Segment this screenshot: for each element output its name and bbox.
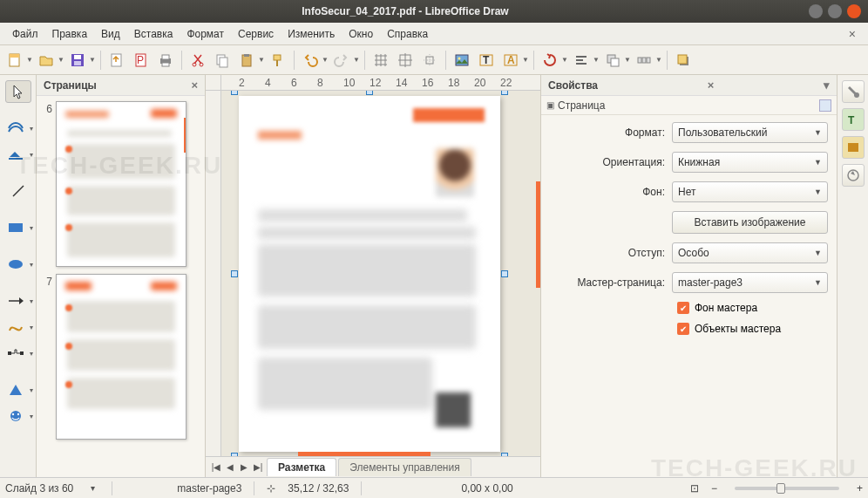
fontwork-dropdown[interactable]: ▼ (522, 56, 529, 64)
export-pdf-button[interactable]: P (130, 49, 153, 72)
menu-window[interactable]: Окно (342, 24, 380, 44)
export-button[interactable] (105, 49, 128, 72)
pages-panel-close[interactable]: × (191, 78, 198, 92)
menu-format[interactable]: Формат (180, 24, 231, 44)
undo-button[interactable] (299, 49, 322, 72)
sidebar-gallery-tab[interactable] (842, 136, 865, 159)
menu-insert[interactable]: Вставка (127, 24, 180, 44)
zoom-in-button[interactable]: + (857, 482, 863, 495)
section-more-button[interactable] (819, 99, 831, 112)
arrow-tool[interactable] (3, 290, 29, 312)
document-close-button[interactable]: × (842, 27, 863, 41)
distribute-dropdown[interactable]: ▼ (655, 56, 662, 64)
redo-button[interactable] (330, 49, 353, 72)
rotate-dropdown[interactable]: ▼ (561, 56, 568, 64)
open-dropdown[interactable]: ▼ (58, 56, 64, 64)
properties-panel-menu[interactable]: ▾ (824, 78, 830, 92)
open-button[interactable] (35, 49, 58, 72)
align-dropdown[interactable]: ▼ (593, 56, 600, 64)
line-color-tool[interactable] (3, 117, 29, 140)
line-tool[interactable] (5, 180, 31, 202)
tab-nav-first[interactable]: |◀ (209, 460, 223, 474)
shadow-button[interactable] (672, 49, 695, 72)
paste-dropdown[interactable]: ▼ (258, 56, 265, 64)
menu-file[interactable]: Файл (5, 24, 45, 44)
helplines-button[interactable] (418, 49, 441, 72)
close-button[interactable] (847, 4, 861, 18)
new-dropdown[interactable]: ▼ (26, 56, 33, 64)
undo-dropdown[interactable]: ▼ (322, 56, 329, 64)
background-dropdown[interactable]: Нет▼ (672, 181, 828, 202)
status-layer-dropdown[interactable]: ▾ (85, 481, 99, 495)
sidebar-properties-tab[interactable] (842, 80, 865, 103)
tab-nav-last[interactable]: ▶| (251, 460, 265, 474)
menu-edit[interactable]: Правка (45, 24, 95, 44)
orientation-dropdown[interactable]: Книжная▼ (672, 152, 828, 173)
canvas-area: 2 4 6 8 10 12 14 16 18 20 22 (206, 75, 540, 477)
master-page-dropdown[interactable]: master-page3▼ (672, 272, 828, 293)
clone-format-button[interactable] (267, 49, 289, 72)
svg-text:T: T (483, 54, 490, 66)
section-page-header[interactable]: ▣ Страница (541, 96, 837, 115)
connector-tool[interactable] (3, 342, 29, 365)
arrange-dropdown[interactable]: ▼ (624, 56, 631, 64)
zoom-fit-button[interactable]: ⊡ (690, 482, 699, 495)
menu-tools[interactable]: Сервис (231, 24, 281, 44)
insert-textbox-button[interactable]: T (475, 49, 498, 72)
tab-layout[interactable]: Разметка (267, 458, 336, 476)
pages-thumbnails[interactable]: 6 7 (37, 96, 205, 477)
rotate-button[interactable] (539, 49, 561, 72)
svg-rect-44 (647, 58, 650, 63)
rectangle-tool[interactable] (3, 216, 29, 239)
vertical-ruler[interactable] (206, 91, 221, 456)
menu-view[interactable]: Вид (94, 24, 127, 44)
basic-shapes-tool[interactable] (3, 379, 29, 401)
tab-controls[interactable]: Элементы управления (338, 458, 471, 476)
tab-nav-prev[interactable]: ◀ (223, 460, 237, 474)
page-thumbnail[interactable]: 6 (40, 101, 201, 267)
menu-help[interactable]: Справка (380, 24, 435, 44)
master-bg-checkbox[interactable]: ✔ (677, 302, 689, 314)
drawing-canvas[interactable] (221, 91, 540, 456)
save-button[interactable] (66, 49, 89, 72)
margin-dropdown[interactable]: Особо▼ (672, 242, 828, 263)
paste-button[interactable] (235, 49, 258, 72)
horizontal-ruler[interactable]: 2 4 6 8 10 12 14 16 18 20 22 (221, 75, 540, 90)
page-object[interactable] (239, 96, 500, 452)
redo-dropdown[interactable]: ▼ (353, 56, 360, 64)
menu-modify[interactable]: Изменить (281, 24, 342, 44)
properties-panel-close[interactable]: × (708, 78, 715, 92)
grid-toggle-button[interactable] (370, 49, 392, 72)
select-tool[interactable] (5, 80, 31, 103)
copy-button[interactable] (211, 49, 234, 72)
sidebar-navigator-tab[interactable] (842, 164, 865, 187)
format-dropdown[interactable]: Пользовательский▼ (672, 122, 828, 143)
ellipse-tool[interactable] (3, 253, 29, 276)
minimize-button[interactable] (809, 4, 823, 18)
vertical-scrollbar[interactable] (536, 181, 540, 288)
maximize-button[interactable] (828, 4, 842, 18)
sidebar-styles-tab[interactable]: T (842, 108, 865, 131)
symbol-shapes-tool[interactable] (3, 405, 29, 427)
cut-button[interactable] (186, 49, 209, 72)
zoom-out-button[interactable]: − (711, 482, 717, 495)
align-button[interactable] (570, 49, 593, 72)
insert-image-button[interactable] (451, 49, 473, 72)
arrange-button[interactable] (601, 49, 624, 72)
curve-tool[interactable] (3, 316, 29, 338)
master-obj-checkbox[interactable]: ✔ (677, 323, 689, 335)
svg-rect-59 (848, 143, 858, 152)
svg-rect-43 (642, 58, 646, 63)
snap-guides-button[interactable] (394, 49, 417, 72)
print-button[interactable] (154, 49, 177, 72)
save-dropdown[interactable]: ▼ (89, 56, 96, 64)
distribute-button[interactable] (633, 49, 655, 72)
zoom-slider[interactable] (735, 487, 839, 490)
page-thumbnail[interactable]: 7 (40, 274, 201, 440)
fontwork-button[interactable]: A (499, 49, 522, 72)
horizontal-scrollbar[interactable] (298, 452, 431, 456)
tab-nav-next[interactable]: ▶ (237, 460, 251, 474)
fill-color-tool[interactable] (3, 143, 29, 166)
new-button[interactable] (3, 49, 26, 72)
insert-image-btn[interactable]: Вставить изображение (672, 211, 828, 234)
